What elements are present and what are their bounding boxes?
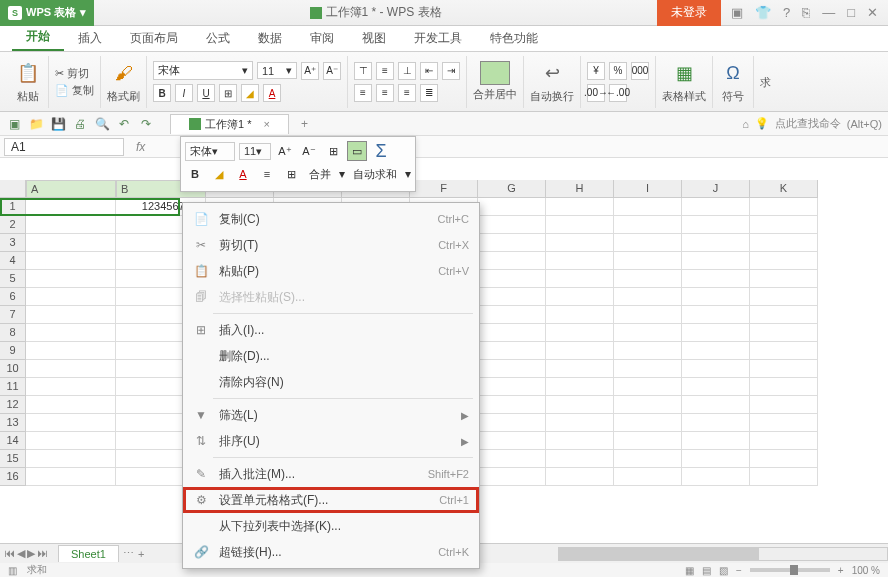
size-select[interactable]: 11▾ bbox=[257, 62, 297, 79]
ctx-设置单元格格式(F)...[interactable]: ⚙设置单元格格式(F)...Ctrl+1 bbox=[183, 487, 479, 513]
sheet-first[interactable]: ⏮ bbox=[4, 547, 15, 560]
col-G[interactable]: G bbox=[478, 180, 546, 198]
qa-undo[interactable]: ↶ bbox=[116, 116, 132, 132]
sheet-prev[interactable]: ◀ bbox=[17, 547, 25, 560]
row-16[interactable]: 16 bbox=[0, 468, 26, 486]
mt-merge-ico[interactable]: ▭ bbox=[347, 141, 367, 161]
row-4[interactable]: 4 bbox=[0, 252, 26, 270]
ctx-超链接(H)...[interactable]: 🔗超链接(H)...Ctrl+K bbox=[183, 539, 479, 565]
sheet-menu[interactable]: ⋯ bbox=[123, 547, 134, 560]
login-button[interactable]: 未登录 bbox=[657, 0, 721, 26]
row-2[interactable]: 2 bbox=[0, 216, 26, 234]
mt-sum-ico[interactable]: Σ bbox=[371, 141, 391, 161]
sheet-last[interactable]: ⏭ bbox=[37, 547, 48, 560]
shrink-font[interactable]: A⁻ bbox=[323, 62, 341, 80]
tab-layout[interactable]: 页面布局 bbox=[116, 26, 192, 51]
row-13[interactable]: 13 bbox=[0, 414, 26, 432]
dec-inc[interactable]: .00→ bbox=[587, 84, 605, 102]
tab-dev[interactable]: 开发工具 bbox=[400, 26, 476, 51]
mt-fill[interactable]: ◢ bbox=[209, 164, 229, 184]
ribbon-toggle-icon[interactable]: ⎘ bbox=[802, 5, 810, 20]
grow-font[interactable]: A⁺ bbox=[301, 62, 319, 80]
mt-shrink[interactable]: A⁻ bbox=[299, 141, 319, 161]
ctx-筛选(L)[interactable]: ▼筛选(L)▶ bbox=[183, 402, 479, 428]
row-9[interactable]: 9 bbox=[0, 342, 26, 360]
ctx-清除内容(N)[interactable]: 清除内容(N) bbox=[183, 369, 479, 395]
select-all-corner[interactable] bbox=[0, 180, 26, 198]
indent-inc[interactable]: ⇥ bbox=[442, 62, 460, 80]
tab-start[interactable]: 开始 bbox=[12, 24, 64, 51]
indent-dec[interactable]: ⇤ bbox=[420, 62, 438, 80]
align-right[interactable]: ≡ bbox=[398, 84, 416, 102]
underline-btn[interactable]: U bbox=[197, 84, 215, 102]
minimize-icon[interactable]: — bbox=[822, 5, 835, 20]
sheet-tab[interactable]: Sheet1 bbox=[58, 545, 119, 562]
ctx-插入批注(M)...[interactable]: ✎插入批注(M)...Shift+F2 bbox=[183, 461, 479, 487]
sheet-add[interactable]: + bbox=[138, 548, 144, 560]
row-1[interactable]: 1 bbox=[0, 198, 26, 216]
mt-bold[interactable]: B bbox=[185, 164, 205, 184]
ctx-复制(C)[interactable]: 📄复制(C)Ctrl+C bbox=[183, 206, 479, 232]
font-select[interactable]: 宋体▾ bbox=[153, 61, 253, 80]
table-style[interactable]: ▦ 表格样式 bbox=[656, 56, 713, 108]
help-icon[interactable]: ? bbox=[783, 5, 790, 20]
view-normal-icon[interactable]: ▦ bbox=[685, 565, 694, 576]
zoom-slider[interactable] bbox=[750, 568, 830, 572]
status-ico[interactable]: ▥ bbox=[8, 565, 17, 576]
row-14[interactable]: 14 bbox=[0, 432, 26, 450]
hint-text[interactable]: 点此查找命令 bbox=[775, 116, 841, 131]
zoom-out[interactable]: − bbox=[736, 565, 742, 576]
merge-center[interactable]: 合并居中 bbox=[467, 56, 524, 108]
qa-print[interactable]: 🖨 bbox=[72, 116, 88, 132]
mt-merge-label[interactable]: 合并 bbox=[305, 167, 335, 182]
format-painter[interactable]: 🖌 格式刷 bbox=[101, 56, 147, 108]
currency-btn[interactable]: ¥ bbox=[587, 62, 605, 80]
symbol[interactable]: Ω 符号 bbox=[713, 56, 754, 108]
row-7[interactable]: 7 bbox=[0, 306, 26, 324]
qa-preview[interactable]: 🔍 bbox=[94, 116, 110, 132]
align-top[interactable]: ⊤ bbox=[354, 62, 372, 80]
mt-size[interactable]: 11▾ bbox=[239, 143, 271, 160]
h-scrollbar[interactable] bbox=[558, 547, 888, 561]
col-K[interactable]: K bbox=[750, 180, 818, 198]
dropdown-caret-icon[interactable]: ▾ bbox=[80, 6, 86, 19]
row-12[interactable]: 12 bbox=[0, 396, 26, 414]
sum-group[interactable]: 求 bbox=[754, 56, 777, 108]
copy-btn[interactable]: 📄复制 bbox=[55, 83, 94, 98]
col-I[interactable]: I bbox=[614, 180, 682, 198]
align-left[interactable]: ≡ bbox=[354, 84, 372, 102]
ctx-剪切(T)[interactable]: ✂剪切(T)Ctrl+X bbox=[183, 232, 479, 258]
tab-view[interactable]: 视图 bbox=[348, 26, 400, 51]
ctx-排序(U)[interactable]: ⇅排序(U)▶ bbox=[183, 428, 479, 454]
col-H[interactable]: H bbox=[546, 180, 614, 198]
maximize-icon[interactable]: □ bbox=[847, 5, 855, 20]
qa-redo[interactable]: ↷ bbox=[138, 116, 154, 132]
msg-icon[interactable]: ▣ bbox=[731, 5, 743, 20]
name-box[interactable]: A1 bbox=[4, 138, 124, 156]
tab-formula[interactable]: 公式 bbox=[192, 26, 244, 51]
dec-dec[interactable]: ←.00 bbox=[609, 84, 627, 102]
col-F[interactable]: F bbox=[410, 180, 478, 198]
doc-tab[interactable]: 工作簿1 * × bbox=[170, 114, 289, 134]
mt-font[interactable]: 宋体▾ bbox=[185, 142, 235, 161]
close-icon[interactable]: ✕ bbox=[867, 5, 878, 20]
row-5[interactable]: 5 bbox=[0, 270, 26, 288]
home-icon[interactable]: ⌂ bbox=[742, 118, 749, 130]
col-A[interactable]: A bbox=[26, 180, 116, 198]
bold-btn[interactable]: B bbox=[153, 84, 171, 102]
comma-btn[interactable]: 000 bbox=[631, 62, 649, 80]
wrap-text[interactable]: ↩ 自动换行 bbox=[524, 56, 581, 108]
ctx-删除(D)...[interactable]: 删除(D)... bbox=[183, 343, 479, 369]
zoom-in[interactable]: + bbox=[838, 565, 844, 576]
qa-save[interactable]: 💾 bbox=[50, 116, 66, 132]
mt-border[interactable]: ⊞ bbox=[323, 141, 343, 161]
qa-new[interactable]: ▣ bbox=[6, 116, 22, 132]
border-btn[interactable]: ⊞ bbox=[219, 84, 237, 102]
row-8[interactable]: 8 bbox=[0, 324, 26, 342]
italic-btn[interactable]: I bbox=[175, 84, 193, 102]
row-3[interactable]: 3 bbox=[0, 234, 26, 252]
ctx-粘贴(P)[interactable]: 📋粘贴(P)Ctrl+V bbox=[183, 258, 479, 284]
qa-open[interactable]: 📁 bbox=[28, 116, 44, 132]
sheet-next[interactable]: ▶ bbox=[27, 547, 35, 560]
ctx-插入(I)...[interactable]: ⊞插入(I)... bbox=[183, 317, 479, 343]
